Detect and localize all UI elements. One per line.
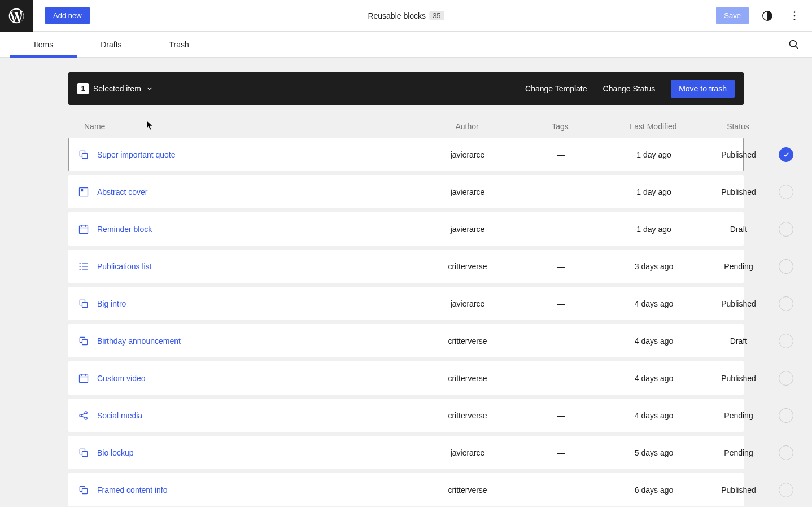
svg-rect-8 bbox=[80, 187, 88, 196]
row-title[interactable]: Framed content info bbox=[97, 486, 168, 495]
row-last-modified: 1 day ago bbox=[603, 187, 705, 196]
row-select-toggle[interactable] bbox=[779, 147, 793, 162]
row-title[interactable]: Birthday announcement bbox=[97, 336, 181, 346]
page-title: Reusable blocks bbox=[368, 11, 426, 20]
svg-rect-24 bbox=[80, 375, 88, 382]
row-select-toggle[interactable] bbox=[779, 483, 793, 497]
row-tags: — bbox=[518, 411, 603, 420]
contrast-button[interactable] bbox=[759, 7, 776, 24]
row-status: Published bbox=[705, 299, 772, 308]
row-author: javierarce bbox=[417, 299, 518, 308]
table-row[interactable]: Reminder blockjavierarce—1 day agoDraft bbox=[68, 212, 744, 246]
svg-rect-21 bbox=[82, 302, 88, 307]
row-last-modified: 4 days ago bbox=[603, 374, 705, 383]
row-select-toggle[interactable] bbox=[779, 296, 793, 311]
more-vertical-icon bbox=[788, 10, 801, 22]
table-header: Name Author Tags Last Modified Status bbox=[68, 115, 744, 138]
copy-icon bbox=[78, 335, 89, 347]
column-status[interactable]: Status bbox=[704, 122, 772, 131]
row-tags: — bbox=[518, 336, 603, 346]
search-icon bbox=[788, 39, 800, 50]
row-last-modified: 4 days ago bbox=[603, 411, 705, 420]
column-author[interactable]: Author bbox=[416, 122, 518, 131]
row-select-toggle[interactable] bbox=[779, 445, 793, 460]
table-row[interactable]: Publications listcritterverse—3 days ago… bbox=[68, 250, 744, 283]
row-title[interactable]: Reminder block bbox=[97, 225, 152, 234]
share-icon bbox=[78, 410, 89, 421]
copy-icon bbox=[78, 149, 89, 160]
check-icon bbox=[782, 151, 790, 159]
table-row[interactable]: Social mediacritterverse—4 days agoPendi… bbox=[68, 399, 744, 432]
move-to-trash-button[interactable]: Move to trash bbox=[671, 80, 735, 98]
row-author: critterverse bbox=[417, 486, 518, 495]
calendar-icon bbox=[78, 373, 89, 384]
row-author: javierarce bbox=[417, 448, 518, 457]
row-select-toggle[interactable] bbox=[779, 371, 793, 386]
row-select-toggle[interactable] bbox=[779, 334, 793, 348]
table-row[interactable]: Super important quotejavierarce—1 day ag… bbox=[68, 138, 744, 171]
row-author: critterverse bbox=[417, 411, 518, 420]
row-title[interactable]: Super important quote bbox=[97, 150, 176, 159]
row-author: critterverse bbox=[417, 336, 518, 346]
tab-drafts[interactable]: Drafts bbox=[77, 32, 145, 57]
table-row[interactable]: Custom videocritterverse—4 days agoPubli… bbox=[68, 361, 744, 395]
row-author: javierarce bbox=[417, 225, 518, 234]
row-select-toggle[interactable] bbox=[779, 408, 793, 423]
table-row[interactable]: Bio lockupjavierarce—5 days agoPending bbox=[68, 436, 744, 469]
save-button[interactable]: Save bbox=[716, 7, 749, 24]
row-last-modified: 6 days ago bbox=[603, 486, 705, 495]
change-status-action[interactable]: Change Status bbox=[603, 84, 656, 93]
column-tags[interactable]: Tags bbox=[518, 122, 603, 131]
chevron-down-icon[interactable] bbox=[146, 85, 154, 93]
svg-line-31 bbox=[82, 413, 85, 414]
column-name[interactable]: Name bbox=[77, 122, 416, 131]
tab-trash[interactable]: Trash bbox=[146, 32, 213, 57]
column-last-modified[interactable]: Last Modified bbox=[603, 122, 704, 131]
row-status: Published bbox=[705, 187, 772, 196]
selection-label[interactable]: Selected item bbox=[93, 84, 141, 93]
item-count-badge: 35 bbox=[429, 11, 444, 20]
search-button[interactable] bbox=[776, 32, 812, 57]
svg-rect-7 bbox=[82, 153, 88, 158]
table-row[interactable]: Framed content infocritterverse—6 days a… bbox=[68, 473, 744, 506]
row-select-toggle[interactable] bbox=[779, 259, 793, 274]
row-select-toggle[interactable] bbox=[779, 222, 793, 237]
row-title[interactable]: Custom video bbox=[97, 374, 146, 383]
row-tags: — bbox=[518, 150, 603, 159]
selection-count: 1 bbox=[77, 83, 89, 94]
row-last-modified: 5 days ago bbox=[603, 448, 705, 457]
row-title[interactable]: Social media bbox=[97, 411, 142, 420]
table-row[interactable]: Big introjavierarce—4 days agoPublished bbox=[68, 287, 744, 320]
row-status: Published bbox=[705, 486, 772, 495]
wordpress-logo[interactable] bbox=[0, 0, 33, 32]
add-new-button[interactable]: Add new bbox=[45, 7, 90, 24]
svg-rect-36 bbox=[82, 488, 88, 493]
square-icon bbox=[78, 186, 89, 198]
row-title[interactable]: Big intro bbox=[97, 299, 126, 308]
row-last-modified: 3 days ago bbox=[603, 262, 705, 271]
selection-bar: 1 Selected item Change Template Change S… bbox=[68, 72, 744, 105]
svg-point-28 bbox=[80, 414, 82, 416]
row-author: javierarce bbox=[417, 187, 518, 196]
row-author: javierarce bbox=[417, 150, 518, 159]
change-template-action[interactable]: Change Template bbox=[525, 84, 587, 93]
svg-point-4 bbox=[790, 40, 797, 47]
row-title[interactable]: Abstract cover bbox=[97, 187, 147, 196]
row-status: Draft bbox=[705, 225, 772, 234]
row-title[interactable]: Publications list bbox=[97, 262, 152, 271]
list-icon bbox=[78, 261, 89, 272]
row-author: critterverse bbox=[417, 374, 518, 383]
svg-rect-34 bbox=[82, 451, 88, 456]
row-select-toggle[interactable] bbox=[779, 185, 793, 199]
row-tags: — bbox=[518, 187, 603, 196]
svg-rect-23 bbox=[82, 339, 88, 344]
table-row[interactable]: Abstract coverjavierarce—1 day agoPublis… bbox=[68, 175, 744, 208]
row-status: Pending bbox=[705, 262, 772, 271]
svg-line-32 bbox=[82, 416, 85, 417]
row-status: Published bbox=[705, 374, 772, 383]
row-title[interactable]: Bio lockup bbox=[97, 448, 134, 457]
table-row[interactable]: Birthday announcementcritterverse—4 days… bbox=[68, 324, 744, 357]
row-author: critterverse bbox=[417, 262, 518, 271]
tab-items[interactable]: Items bbox=[10, 32, 77, 57]
more-options-button[interactable] bbox=[786, 7, 803, 24]
